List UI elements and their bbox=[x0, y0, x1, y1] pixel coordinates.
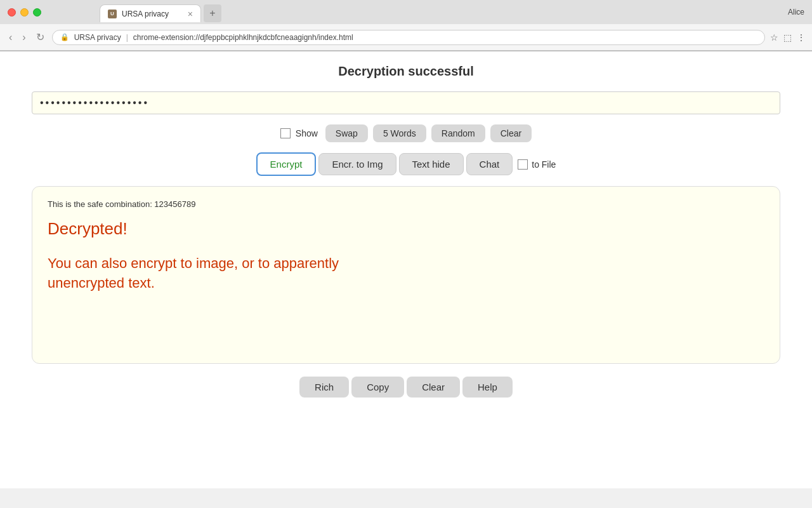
clear-output-button[interactable]: Clear bbox=[407, 377, 460, 398]
address-bar: ‹ › ↻ 🔒 URSA privacy | chrome-extension:… bbox=[0, 24, 812, 51]
extensions-icon[interactable]: ⬚ bbox=[783, 32, 792, 43]
title-bar: U URSA privacy × + Alice bbox=[0, 0, 812, 24]
controls-row: Show Swap 5 Words Random Clear bbox=[280, 124, 532, 142]
decrypted-title: Decrypted! bbox=[48, 219, 764, 239]
encr-to-img-tab[interactable]: Encr. to Img bbox=[318, 153, 396, 175]
tab-close-button[interactable]: × bbox=[188, 10, 193, 18]
help-button[interactable]: Help bbox=[462, 377, 513, 398]
show-checkbox[interactable] bbox=[280, 128, 291, 138]
page-content: Decryption successful Show Swap 5 Words … bbox=[0, 51, 812, 488]
new-tab-button[interactable]: + bbox=[204, 4, 221, 22]
encrypt-tab[interactable]: Encrypt bbox=[256, 152, 317, 176]
password-input[interactable] bbox=[32, 91, 780, 114]
rich-button[interactable]: Rich bbox=[299, 377, 349, 398]
url-bar[interactable]: 🔒 URSA privacy | chrome-extension://djfe… bbox=[52, 30, 765, 45]
close-window-button[interactable] bbox=[8, 8, 16, 17]
bottom-buttons: Rich Copy Clear Help bbox=[299, 377, 513, 398]
show-label: Show bbox=[296, 128, 318, 138]
address-right-icons: ☆ ⬚ ⋮ bbox=[770, 32, 806, 43]
to-file-checkbox[interactable] bbox=[518, 159, 528, 170]
swap-button[interactable]: Swap bbox=[325, 124, 368, 142]
to-file-group: to File bbox=[518, 159, 556, 170]
active-tab[interactable]: U URSA privacy × bbox=[100, 4, 201, 22]
clear-password-button[interactable]: Clear bbox=[490, 124, 532, 142]
to-file-label: to File bbox=[532, 159, 556, 170]
decrypted-body: You can also encrypt to image, or to app… bbox=[48, 254, 764, 293]
text-hide-tab[interactable]: Text hide bbox=[399, 153, 464, 175]
decrypted-body-line1: You can also encrypt to image, or to app… bbox=[48, 255, 339, 271]
random-button[interactable]: Random bbox=[431, 124, 485, 142]
forward-button[interactable]: › bbox=[20, 30, 28, 44]
five-words-button[interactable]: 5 Words bbox=[373, 124, 426, 142]
chat-tab[interactable]: Chat bbox=[466, 153, 513, 175]
url-full-path: chrome-extension://djfeppbcpiphklhnjkdcb… bbox=[133, 33, 353, 42]
menu-icon[interactable]: ⋮ bbox=[797, 32, 806, 43]
refresh-button[interactable]: ↻ bbox=[34, 30, 47, 44]
output-area: This is the safe combination: 123456789 … bbox=[32, 186, 780, 364]
mode-tabs: Encrypt Encr. to Img Text hide Chat to F… bbox=[256, 152, 556, 176]
minimize-window-button[interactable] bbox=[20, 8, 29, 17]
safe-combination-text: This is the safe combination: 123456789 bbox=[48, 199, 764, 209]
user-name: Alice bbox=[788, 8, 804, 17]
back-button[interactable]: ‹ bbox=[6, 30, 15, 44]
tab-bar: U URSA privacy × + bbox=[49, 2, 272, 22]
bookmark-icon[interactable]: ☆ bbox=[770, 32, 778, 43]
traffic-lights bbox=[8, 8, 41, 17]
browser-chrome: U URSA privacy × + Alice ‹ › ↻ 🔒 URSA pr… bbox=[0, 0, 812, 51]
tab-title: URSA privacy bbox=[122, 10, 169, 18]
url-separator: | bbox=[126, 33, 128, 42]
url-site-name: URSA privacy bbox=[74, 33, 121, 42]
lock-icon: 🔒 bbox=[60, 33, 69, 41]
page-title: Decryption successful bbox=[338, 64, 473, 79]
tab-favicon: U bbox=[108, 10, 117, 18]
decrypted-body-line2: unencrypted text. bbox=[48, 275, 155, 291]
copy-button[interactable]: Copy bbox=[351, 377, 404, 398]
maximize-window-button[interactable] bbox=[33, 8, 41, 17]
